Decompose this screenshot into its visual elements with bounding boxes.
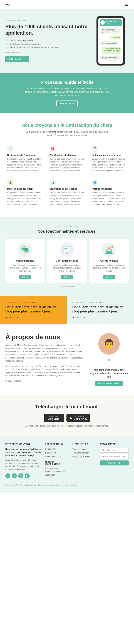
footer-bottom: Sample text. Click to select the text bo… bbox=[5, 482, 129, 486]
about-title: À propos de nous bbox=[5, 333, 84, 341]
logo: logo bbox=[5, 3, 12, 6]
feature-icon: 🎯 bbox=[50, 146, 56, 152]
chat-message: Lorem ipsum dolor sit amet,consectetur a… bbox=[100, 28, 120, 34]
hero-title: Plus de 1000 clients utilisant notre app… bbox=[5, 24, 89, 36]
facebook-icon[interactable]: f bbox=[5, 473, 10, 478]
footer-col-phone: appelez-nous 1 234.567.891 1 246.987.654… bbox=[45, 443, 69, 478]
conception-illustration bbox=[62, 244, 72, 255]
navigation: logo ☰ bbox=[0, 0, 134, 9]
footer-col-newsletter: newsletter SOUMETTRE bbox=[100, 443, 129, 478]
service-card: ✓ Clients heureux Mea porttitor in matti… bbox=[90, 239, 129, 283]
features-grid: 📈 Croissance de l'entreprise Sample text… bbox=[5, 144, 129, 208]
card-illustration: ✓ bbox=[102, 243, 116, 257]
rapide-section: Processus rapide et facile Duis aute iru… bbox=[0, 73, 134, 113]
footer-link[interactable]: Transferts locaux bbox=[72, 448, 96, 451]
linkedin-button[interactable]: Trouvez-moi sur LinkedIn bbox=[95, 381, 123, 386]
newsletter-email-input[interactable] bbox=[100, 454, 129, 459]
card-desc: Pretium ullamcorper quam at leo viverra … bbox=[8, 264, 42, 272]
card-desc: Mea porttitor in mattis nec et semper. R… bbox=[92, 264, 126, 272]
hamburger-menu-icon[interactable]: ☰ bbox=[125, 2, 129, 7]
rapide-description: Duis aute irure dolor in reprehenderit i… bbox=[22, 87, 112, 97]
footer-col-links: liens utiles Transferts locaux Transfert… bbox=[72, 443, 96, 478]
footer: Entrer en contact Nous pouvons garantie … bbox=[0, 436, 134, 493]
about-right: 👨 " I help companies tincidunt tortor al… bbox=[89, 333, 129, 386]
footer-address-label: adresse continentale bbox=[45, 461, 69, 465]
footer-link[interactable]: Transferts aéroport bbox=[72, 451, 96, 455]
app-store-name: App Store bbox=[48, 418, 60, 420]
about-image-credit: Image de Freepik bbox=[5, 380, 84, 382]
newsletter-submit-button[interactable]: SOUMETTRE bbox=[100, 460, 129, 466]
download-section: Téléchargez-le maintenant. Télécharger s… bbox=[0, 395, 134, 436]
svg-rect-7 bbox=[64, 248, 67, 249]
footer-phone-1: 1 234.567.891 bbox=[45, 448, 69, 451]
feature-desc: Sample text. Click to select the text bo… bbox=[50, 158, 85, 172]
footer-social: f t in ▶ bbox=[5, 473, 41, 478]
card-cta-button[interactable]: SUITE bbox=[103, 275, 115, 279]
about-paragraph-1: Sample text. Click to Egestas egestas fr… bbox=[5, 344, 84, 362]
newsletter-name-input[interactable] bbox=[100, 448, 129, 452]
svg-point-12 bbox=[108, 247, 110, 250]
download-note: Accédez à notre étude de cas pour expliq… bbox=[5, 425, 129, 427]
blog-section: Conception d'applications Consultez notr… bbox=[0, 296, 134, 324]
satisfaction-title: Nous croyons en la Satisfaction du clien… bbox=[5, 122, 129, 128]
card-title: Clients heureux bbox=[92, 260, 126, 262]
footer-email[interactable]: email@email.com bbox=[45, 455, 69, 458]
google-play-icon: ▶ bbox=[70, 416, 72, 420]
feature-desc: Sample text. Click to select the text bo… bbox=[92, 191, 127, 206]
footer-col-title: newsletter bbox=[100, 443, 129, 446]
service-card: Communication Pretium ullamcorper quam a… bbox=[5, 239, 44, 283]
image-credit: Image de Freepik bbox=[5, 286, 129, 288]
feature-item: 🌐 Affaires mondiales Sample text. Click … bbox=[90, 178, 129, 208]
carac-label: CARACTÉRISTIQUES bbox=[5, 226, 129, 228]
card-cta-button[interactable]: SUITE bbox=[61, 275, 73, 279]
footer-address: 121 Rock Street, 21 Avenue, New York, NY… bbox=[45, 467, 69, 477]
footer-col-title: appelez-nous bbox=[45, 443, 69, 446]
quote-mark: " bbox=[89, 358, 129, 367]
feature-icon: 💰 bbox=[7, 179, 14, 186]
app-store-sub: Télécharger sur l' bbox=[48, 416, 60, 418]
hero-text: À PROPOS DE NOUS Plus de 1000 clients ut… bbox=[5, 20, 89, 62]
svg-text:✓: ✓ bbox=[112, 246, 113, 248]
svg-point-4 bbox=[24, 251, 26, 252]
carac-section: CARACTÉRISTIQUES Nos fonctionnalités et … bbox=[0, 217, 134, 296]
blog-title: Consultez notre dernier article de blog … bbox=[72, 305, 129, 314]
youtube-icon[interactable]: ▶ bbox=[25, 473, 30, 478]
card-illustration bbox=[60, 243, 74, 257]
feature-desc: Sample text. Click to select the text bo… bbox=[92, 158, 127, 172]
about-left: À propos de nous Sample text. Click to E… bbox=[5, 333, 84, 386]
feature-item: ⏰ Le temps, c'est de l'argent Sample tex… bbox=[90, 144, 129, 174]
app-store-label: Télécharger sur l' App Store bbox=[48, 416, 60, 420]
feature-icon: 🌐 bbox=[92, 179, 98, 186]
feature-icon: 📈 bbox=[7, 146, 14, 152]
phone-contact-name: Your Friend bbox=[106, 21, 116, 23]
twitter-icon[interactable]: t bbox=[12, 473, 17, 478]
list-item: Thème puissant et flexible bbox=[5, 39, 89, 42]
footer-link[interactable]: Excursions et visites bbox=[72, 455, 96, 458]
list-item: Tarification simple et transparente bbox=[5, 43, 89, 45]
feature-title: Planification stratégique bbox=[50, 154, 85, 156]
feature-title: Le temps, c'est de l'argent bbox=[92, 154, 127, 156]
blog-link[interactable]: En savoir plus → bbox=[72, 316, 88, 319]
feature-item: 🎯 Planification stratégique Sample text.… bbox=[48, 144, 86, 174]
linkedin-icon[interactable]: in bbox=[18, 473, 23, 478]
feature-title: Meilleur investissement bbox=[7, 188, 42, 190]
blog-link[interactable]: En savoir plus → bbox=[5, 316, 22, 319]
rapide-cta-button[interactable]: LIRE LA SUITE bbox=[56, 100, 78, 106]
blog-card-left: Conception d'applications Consultez notr… bbox=[0, 296, 67, 324]
hero-cta-button[interactable]: LIRE LA SUITE bbox=[5, 56, 29, 62]
communication-illustration bbox=[20, 244, 30, 255]
svg-rect-2 bbox=[22, 248, 25, 250]
footer-phone-2: 1 246.987.654 bbox=[45, 451, 69, 455]
clients-illustration: ✓ bbox=[104, 244, 114, 255]
svg-rect-10 bbox=[66, 253, 68, 254]
feature-icon: 📊 bbox=[50, 179, 56, 186]
card-cta-button[interactable]: SUITE bbox=[19, 275, 31, 279]
feature-desc: Sample text. Click to select the text bo… bbox=[50, 191, 85, 206]
card-illustration bbox=[18, 243, 32, 257]
feature-desc: Sample text. Click to select the text bo… bbox=[7, 158, 42, 172]
google-play-button[interactable]: ▶ Disponible sur Google Play bbox=[66, 414, 90, 422]
app-store-button[interactable]: Télécharger sur l' App Store bbox=[44, 414, 64, 422]
about-paragraph-2: Quis viverra nibh cras pulvinar mattis. … bbox=[5, 365, 84, 377]
footer-grid: Entrer en contact Nous pouvons garantie … bbox=[5, 443, 129, 478]
newsletter-form: SOUMETTRE bbox=[100, 448, 129, 466]
